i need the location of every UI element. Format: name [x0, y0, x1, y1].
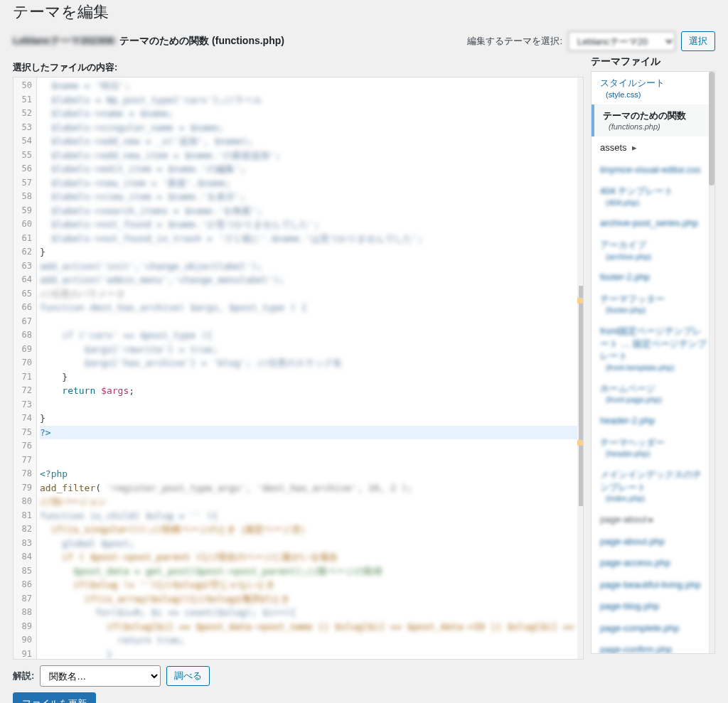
theme-file-item[interactable]: page-complete.php	[592, 617, 714, 639]
code-line[interactable]: }	[40, 412, 580, 426]
theme-file-item[interactable]: page-about.php	[592, 530, 714, 552]
code-line[interactable]: $labels = Wp_post_type['cars'];//ラベル	[40, 93, 580, 107]
code-line[interactable]: $labels->not_found_in_trash = 'ゴミ箱に'.$na…	[40, 232, 580, 246]
theme-select[interactable]: Leblancテーマ20	[568, 31, 675, 51]
lookup-button[interactable]: 調べる	[166, 666, 210, 686]
theme-file-item[interactable]: page-blog.php	[592, 595, 714, 617]
theme-file-item[interactable]: archive-post_series.php	[592, 212, 714, 234]
code-line[interactable]: function dest_has_archive( $args, $post_…	[40, 301, 580, 315]
code-line[interactable]: ?>	[40, 426, 580, 440]
file-heading-label: テーマのための関数 (functions.php)	[119, 35, 284, 46]
line-number-gutter: 5051525354555657585960616263646566676869…	[14, 77, 37, 659]
theme-file-item[interactable]: assets ▸	[592, 136, 714, 159]
select-theme-button[interactable]: 選択	[681, 31, 715, 51]
code-line[interactable]: $args['has_archive'] = 'blog'; //任意のスラッグ…	[40, 356, 580, 370]
code-line[interactable]: $labels->name = $name;	[40, 107, 580, 121]
code-line[interactable]: }	[40, 245, 580, 259]
documentation-select[interactable]: 関数名…	[40, 665, 161, 687]
theme-selector-label: 編集するテーマを選択:	[467, 35, 562, 48]
selected-file-label: 選択したファイルの内容:	[13, 61, 584, 74]
doc-label: 解説:	[13, 670, 34, 682]
theme-files-heading: テーマファイル	[591, 55, 715, 68]
code-line[interactable]: $labels->new_item = '新規'.$name;	[40, 176, 580, 190]
code-line[interactable]: $labels->edit_item = $name.'の編集';	[40, 162, 580, 176]
code-line[interactable]: if ( $post->post_parent ){//現在のページに親がいる場…	[40, 550, 580, 564]
file-link[interactable]: スタイルシート	[600, 77, 665, 88]
code-line[interactable]: $labels->singular_name = $name;	[40, 121, 580, 135]
code-line[interactable]: if ('cars' == $post_type ){	[40, 328, 580, 343]
code-line[interactable]: <?php	[40, 467, 580, 481]
theme-file-item[interactable]: page-confirm.php	[592, 638, 714, 654]
code-line[interactable]	[40, 315, 580, 329]
theme-file-item[interactable]: スタイルシート(style.css)	[592, 72, 714, 104]
update-file-button[interactable]: ファイルを更新	[13, 692, 96, 703]
theme-files-list[interactable]: スタイルシート(style.css)テーマのための関数(functions.ph…	[591, 71, 715, 654]
code-line[interactable]: $post_data = get_post($post->post_parent…	[40, 564, 580, 579]
theme-file-item[interactable]: アーカイブ(archive.php)	[592, 234, 714, 266]
code-line[interactable]: }	[40, 370, 580, 385]
code-line[interactable]: return $args;	[40, 384, 580, 398]
code-line[interactable]: return true;	[40, 633, 580, 648]
code-line[interactable]	[40, 439, 580, 454]
code-line[interactable]: global $post;	[40, 537, 580, 551]
theme-file-item[interactable]: footer-2.php	[592, 266, 714, 288]
theme-file-item[interactable]: テーマヘッダー(header.php)	[592, 431, 714, 463]
theme-file-item[interactable]: テーマのための関数(functions.php)	[592, 104, 714, 136]
code-line[interactable]: if($slug != ''){//$slugが空じゃないとき	[40, 578, 580, 592]
code-line[interactable]: $name = '特注';	[40, 79, 580, 93]
theme-file-item[interactable]: メインインデックスのテンプレート(index.php)	[592, 463, 714, 508]
theme-file-item[interactable]: page-beautiful-living.php	[592, 574, 714, 596]
code-line[interactable]: if(is_array($slug)){//$slugが配列のとき	[40, 592, 580, 606]
code-line[interactable]: function is_child( $slug = '' ){	[40, 509, 580, 523]
code-line[interactable]	[40, 454, 580, 468]
theme-file-item[interactable]: ホームページ(front-page.php)	[592, 377, 714, 409]
code-line[interactable]: add_action('init','change_objectlabel');	[40, 259, 580, 274]
code-line[interactable]: for($i=0; $i <= count($slug); $i++){	[40, 606, 580, 620]
theme-file-item[interactable]: テーマフッター(footer.php)	[592, 288, 714, 320]
code-line[interactable]: $labels->search_items = $name.'を検索';	[40, 204, 580, 218]
file-heading: Leblancテーマ202308: テーマのための関数 (functions.p…	[13, 35, 284, 48]
code-line[interactable]: //任意のパラメータ	[40, 287, 580, 301]
theme-file-item[interactable]: header-2.php	[592, 409, 714, 431]
editor-scrollbar[interactable]	[577, 77, 583, 659]
theme-file-item[interactable]: page-about ▸	[592, 508, 714, 530]
theme-file-item[interactable]: page-access.php	[592, 552, 714, 574]
theme-file-item[interactable]: front固定ページテンプレート … 固定ページテンプレート(front-tem…	[592, 320, 714, 377]
chevron-right-icon: ▸	[632, 141, 637, 154]
code-line[interactable]: add_action('admin_menu','change_menulabe…	[40, 273, 580, 287]
code-line[interactable]: if(is_singular())://投稿ページのとき（固定ページ含）	[40, 522, 580, 537]
code-line[interactable]: $labels->not_found = $name.'が見つかりませんでした'…	[40, 218, 580, 232]
code-editor[interactable]: 5051525354555657585960616263646566676869…	[13, 77, 584, 660]
theme-selector: 編集するテーマを選択: Leblancテーマ20 選択	[467, 31, 715, 51]
theme-name-blurred: Leblancテーマ202308:	[13, 35, 117, 48]
code-line[interactable]: $labels->add_new = _x('追加', $name);	[40, 134, 580, 149]
code-line[interactable]: }	[40, 648, 580, 660]
code-line[interactable]: add_filter( 'register_post_type_args', '…	[40, 481, 580, 495]
theme-file-item[interactable]: 404 テンプレート(404.php)	[592, 180, 714, 212]
code-line[interactable]: $args['rewrite'] = true;	[40, 343, 580, 357]
code-line[interactable]	[40, 398, 580, 412]
code-line[interactable]: $labels->view_item = $name.'を表示';	[40, 190, 580, 204]
theme-file-item[interactable]: tinymce-visual-editor.css	[592, 159, 714, 181]
code-line[interactable]: //別バージョン	[40, 495, 580, 509]
code-line[interactable]: if($slug[$i] == $post_data->post_name ||…	[40, 620, 580, 634]
code-line[interactable]: $labels->add_new_item = $name.'の新規追加';	[40, 149, 580, 163]
page-title: テーマを編集	[13, 1, 715, 23]
